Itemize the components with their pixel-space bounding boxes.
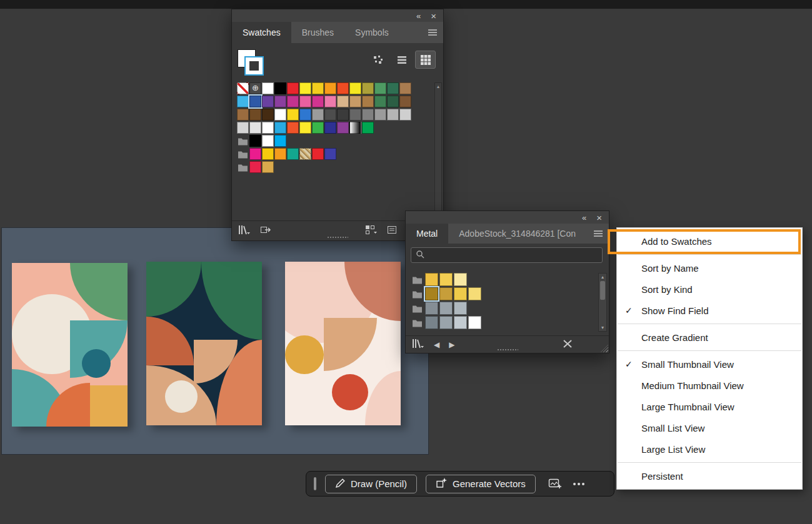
color-swatch[interactable] [387, 109, 399, 121]
tab-brushes[interactable]: Brushes [291, 22, 344, 43]
swatch-kinds-menu-icon[interactable] [365, 225, 378, 237]
taskbar-drag-handle[interactable] [314, 477, 316, 490]
color-swatch[interactable] [249, 109, 261, 121]
color-swatch[interactable] [374, 109, 386, 121]
swatch-group-folder-icon[interactable] [237, 161, 249, 173]
color-swatch[interactable] [374, 96, 386, 107]
color-swatch[interactable] [337, 122, 349, 134]
swatches-scrollbar[interactable]: ▴▾ [434, 82, 442, 218]
close-panel-icon[interactable]: × [596, 213, 602, 222]
panel-menu-icon[interactable] [422, 22, 443, 43]
color-swatch[interactable] [439, 316, 453, 329]
generate-vectors-button[interactable]: Generate Vectors [426, 475, 536, 493]
color-swatch[interactable] [262, 82, 274, 94]
color-swatch[interactable] [299, 82, 311, 94]
color-swatch[interactable] [454, 316, 467, 329]
color-swatch[interactable] [249, 148, 261, 160]
color-swatch[interactable] [387, 96, 399, 107]
color-swatch[interactable] [249, 161, 261, 173]
color-swatch[interactable] [274, 148, 286, 160]
add-image-button[interactable] [548, 478, 562, 490]
artwork-poster-3[interactable] [285, 262, 401, 425]
color-swatch[interactable] [454, 302, 467, 315]
document-canvas[interactable] [1, 227, 429, 455]
collapse-panel-icon[interactable]: « [416, 11, 419, 21]
registration-swatch[interactable]: ⊕ [249, 82, 261, 94]
stroke-color-proxy[interactable] [246, 57, 263, 74]
previous-library-icon[interactable]: ◀ [434, 341, 439, 349]
menu-item-sort-by-kind[interactable]: Sort by Kind [617, 279, 802, 300]
color-swatch[interactable] [312, 82, 324, 94]
color-swatch[interactable] [362, 122, 374, 134]
color-swatch[interactable] [287, 148, 299, 160]
artwork-poster-1[interactable] [12, 263, 128, 427]
scrollbar-thumb[interactable] [600, 281, 605, 300]
color-swatch[interactable] [349, 109, 361, 121]
color-swatch[interactable] [287, 122, 299, 134]
color-swatch[interactable] [362, 96, 374, 107]
menu-item-add-to-swatches[interactable]: Add to Swatches [617, 230, 802, 252]
color-swatch[interactable] [262, 161, 274, 173]
color-swatch[interactable] [249, 135, 261, 147]
scroll-up-icon[interactable]: ▴ [599, 274, 606, 280]
color-swatch[interactable] [324, 82, 336, 94]
menu-item-sort-by-name[interactable]: Sort by Name [617, 257, 802, 279]
color-swatch[interactable] [399, 82, 411, 94]
color-swatch[interactable] [337, 82, 349, 94]
color-swatch[interactable] [439, 287, 453, 300]
next-library-icon[interactable]: ▶ [449, 341, 454, 349]
draw-pencil-button[interactable]: Draw (Pencil) [325, 475, 417, 493]
menu-item-medium-thumbnail-view[interactable]: Medium Thumbnail View [617, 375, 802, 396]
color-swatch[interactable] [312, 109, 324, 121]
add-to-library-icon[interactable] [260, 225, 271, 237]
menu-item-show-find-field[interactable]: ✓Show Find Field [617, 300, 802, 321]
panel-resize-grip[interactable] [327, 236, 348, 239]
color-swatch[interactable] [287, 109, 299, 121]
library-scrollbar[interactable]: ▴ ▾ [598, 273, 607, 332]
color-swatch[interactable] [237, 96, 249, 107]
color-swatch[interactable] [299, 96, 311, 107]
color-swatch[interactable] [262, 135, 274, 147]
color-swatch[interactable] [324, 122, 336, 134]
swatch-libraries-menu-icon[interactable] [238, 225, 251, 237]
color-swatch[interactable] [454, 273, 467, 286]
color-swatch[interactable] [362, 82, 374, 94]
color-swatch[interactable] [299, 122, 311, 134]
swatch-group-folder-icon[interactable] [237, 148, 249, 160]
color-swatch[interactable] [387, 82, 399, 94]
color-swatch[interactable] [425, 302, 438, 315]
pattern-swatch[interactable] [299, 148, 311, 160]
scroll-up-icon[interactable]: ▴ [435, 84, 441, 89]
color-swatch[interactable] [399, 96, 411, 107]
tab-swatches[interactable]: Swatches [232, 22, 291, 43]
color-swatch[interactable] [274, 82, 286, 94]
color-swatch[interactable] [374, 82, 386, 94]
color-swatch[interactable] [425, 273, 438, 286]
color-swatch[interactable] [262, 109, 274, 121]
menu-item-small-list-view[interactable]: Small List View [617, 417, 802, 438]
color-swatch[interactable] [349, 82, 361, 94]
color-swatch-selected[interactable] [425, 287, 438, 300]
collapse-panel-icon[interactable]: « [582, 213, 585, 222]
swatch-group-folder-icon[interactable] [411, 273, 424, 286]
tab-metal[interactable]: Metal [406, 224, 448, 244]
color-swatch[interactable] [262, 148, 274, 160]
color-swatch[interactable] [262, 96, 274, 107]
menu-item-persistent[interactable]: Persistent [617, 465, 802, 487]
artwork-poster-2[interactable] [146, 262, 262, 425]
color-swatch[interactable] [312, 148, 324, 160]
color-swatch[interactable] [274, 96, 286, 107]
color-swatch[interactable] [262, 122, 274, 134]
color-swatch[interactable] [299, 109, 311, 121]
tab-symbols[interactable]: Symbols [344, 22, 399, 43]
menu-item-small-thumbnail-view[interactable]: ✓Small Thumbnail View [617, 353, 802, 375]
color-swatch-selected[interactable] [249, 96, 261, 107]
color-swatch[interactable] [337, 109, 349, 121]
none-swatch[interactable] [237, 82, 249, 94]
color-swatch[interactable] [274, 135, 286, 147]
color-swatch[interactable] [274, 109, 286, 121]
panel-menu-icon[interactable] [588, 224, 609, 244]
scroll-down-icon[interactable]: ▾ [599, 325, 606, 330]
swatch-group-folder-icon[interactable] [411, 302, 424, 315]
unlink-library-icon[interactable] [563, 339, 573, 350]
